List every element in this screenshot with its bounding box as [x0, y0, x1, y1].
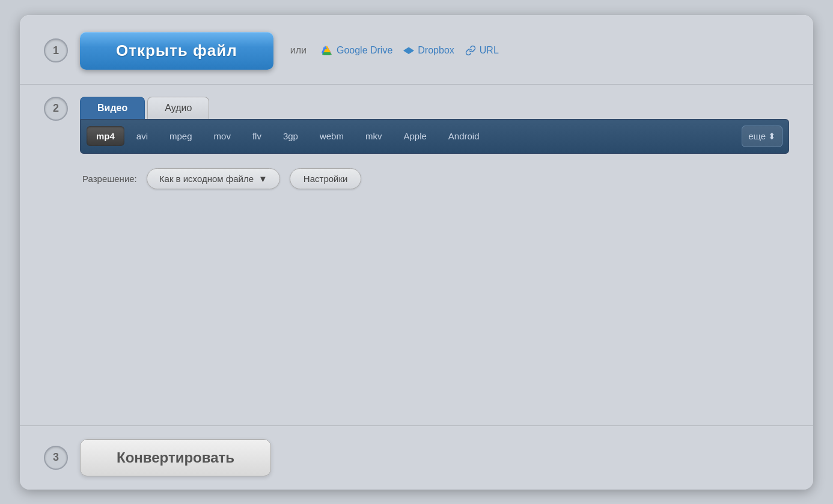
- app-container: 1 Открыть файл или: [20, 15, 813, 490]
- convert-button[interactable]: Конвертировать: [80, 439, 271, 476]
- section-2: 2 Видео Аудио mp4 avi mpeg mov flv 3gp w…: [20, 85, 813, 426]
- section-2-inner: 2 Видео Аудио mp4 avi mpeg mov flv 3gp w…: [44, 97, 789, 189]
- section-3: 3 Конвертировать: [20, 426, 813, 490]
- step-2-circle: 2: [44, 97, 68, 121]
- cloud-links: Google Drive Dropbox URL: [321, 45, 499, 56]
- format-webm[interactable]: webm: [310, 126, 353, 146]
- format-3gp[interactable]: 3gp: [273, 126, 308, 146]
- format-mov[interactable]: mov: [204, 126, 240, 146]
- dropbox-icon: [403, 45, 414, 56]
- step-3-circle: 3: [44, 446, 68, 470]
- tab-audio[interactable]: Аудио: [147, 97, 209, 119]
- format-android[interactable]: Android: [439, 126, 489, 146]
- format-flv[interactable]: flv: [243, 126, 271, 146]
- format-mpeg[interactable]: mpeg: [160, 126, 202, 146]
- open-file-button[interactable]: Открыть файл: [80, 32, 273, 70]
- settings-button[interactable]: Настройки: [290, 168, 362, 189]
- format-mkv[interactable]: mkv: [356, 126, 392, 146]
- section-1: 1 Открыть файл или: [20, 15, 813, 85]
- svg-marker-8: [322, 52, 332, 55]
- resolution-dropdown[interactable]: Как в исходном файле ▼: [147, 168, 280, 189]
- tabs-and-formats: Видео Аудио mp4 avi mpeg mov flv 3gp web…: [80, 97, 789, 189]
- step-1-circle: 1: [44, 38, 68, 62]
- format-avi[interactable]: avi: [127, 126, 157, 146]
- dropbox-label: Dropbox: [418, 45, 454, 56]
- google-drive-label: Google Drive: [337, 45, 392, 56]
- resolution-label: Разрешение:: [82, 174, 137, 184]
- or-label: или: [290, 45, 307, 56]
- format-apple[interactable]: Apple: [394, 126, 436, 146]
- google-drive-link[interactable]: Google Drive: [321, 45, 392, 56]
- url-label: URL: [480, 45, 499, 56]
- url-icon: [465, 45, 476, 56]
- resolution-row: Разрешение: Как в исходном файле ▼ Настр…: [80, 168, 789, 189]
- resolution-chevron-icon: ▼: [258, 174, 267, 184]
- dropbox-link[interactable]: Dropbox: [403, 45, 454, 56]
- more-label: еще: [748, 131, 766, 141]
- url-link[interactable]: URL: [465, 45, 499, 56]
- google-drive-icon: [321, 45, 333, 56]
- tab-video[interactable]: Видео: [80, 97, 145, 119]
- resolution-value: Как в исходном файле: [159, 174, 254, 184]
- more-chevron-icon: ⬍: [768, 131, 776, 142]
- format-mp4[interactable]: mp4: [87, 126, 124, 146]
- format-more-button[interactable]: еще ⬍: [742, 126, 783, 147]
- format-tabs: Видео Аудио: [80, 97, 789, 119]
- format-bar: mp4 avi mpeg mov flv 3gp webm mkv Apple …: [80, 119, 789, 154]
